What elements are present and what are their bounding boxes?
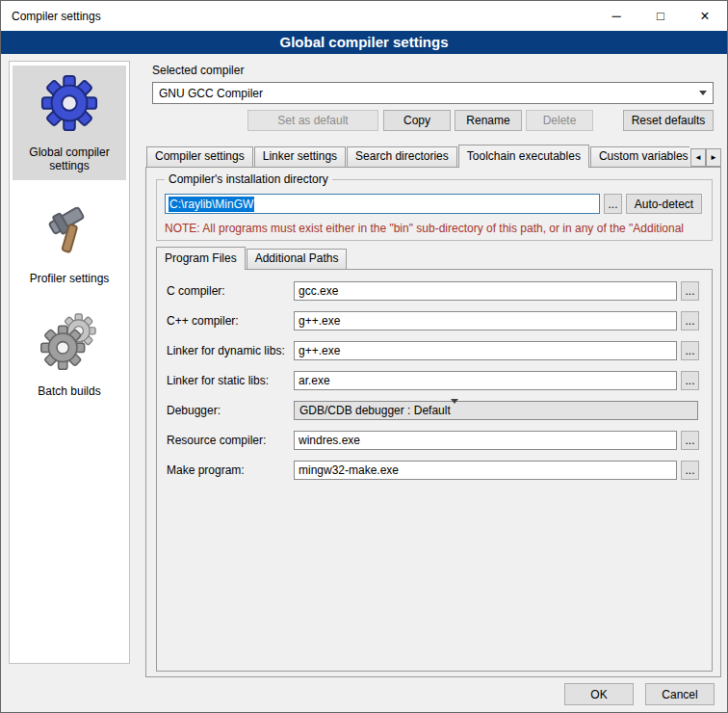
titlebar: Compiler settings ─ □ × [1,1,727,31]
installation-directory-input[interactable]: C:\raylib\MinGW [165,194,600,214]
field-row-c-compiler: C compiler: ... [157,281,712,301]
tab-search-directories[interactable]: Search directories [347,146,457,167]
chevron-down-icon [698,89,708,98]
chevron-down-icon [451,404,458,417]
reset-defaults-button[interactable]: Reset defaults [623,110,714,131]
sidebar-item-label: Global compiler settings [14,145,124,172]
bin-subdirectory-note: NOTE: All programs must exist either in … [165,222,710,235]
resource-compiler-browse-button[interactable]: ... [681,431,699,450]
linker-static-browse-button[interactable]: ... [681,371,699,390]
minimize-button[interactable]: ─ [594,1,638,31]
make-program-browse-button[interactable]: ... [681,461,699,480]
tab-scroll-right-button[interactable]: ► [706,148,721,167]
make-program-label: Make program: [167,461,245,480]
rename-button[interactable]: Rename [455,110,522,131]
selected-compiler-label: Selected compiler [152,64,244,77]
linker-dynamic-input[interactable] [294,341,677,360]
tab-scroll-left-button[interactable]: ◄ [690,148,706,167]
tab-linker-settings[interactable]: Linker settings [254,146,346,167]
tab-additional-paths[interactable]: Additional Paths [247,249,348,269]
linker-dynamic-label: Linker for dynamic libs: [167,341,285,360]
debugger-select[interactable]: GDB/CDB debugger : Default [294,401,698,420]
cpp-compiler-browse-button[interactable]: ... [681,311,699,330]
tab-program-files[interactable]: Program Files [156,247,246,270]
tab-compiler-settings[interactable]: Compiler settings [146,146,253,167]
field-row-resource-compiler: Resource compiler: ... [157,431,712,450]
minimize-icon: ─ [611,10,620,22]
resource-compiler-label: Resource compiler: [167,431,266,450]
linker-dynamic-browse-button[interactable]: ... [681,341,699,360]
c-compiler-input[interactable] [294,281,677,301]
field-row-debugger: Debugger: GDB/CDB debugger : Default [157,401,712,420]
delete-button[interactable]: Delete [526,110,593,131]
sidebar-item-label: Batch builds [38,384,100,398]
linker-static-label: Linker for static libs: [167,371,269,390]
field-row-linker-dynamic: Linker for dynamic libs: ... [157,341,712,360]
c-compiler-browse-button[interactable]: ... [681,281,699,301]
program-files-panel: C compiler: ... C++ compiler: ... Linker… [156,269,713,672]
field-row-make-program: Make program: ... [157,461,712,480]
sidebar-item-batch-builds[interactable]: Batch builds [13,304,126,406]
tab-toolchain-executables[interactable]: Toolchain executables [458,145,589,168]
installation-directory-value: C:\raylib\MinGW [169,197,254,212]
close-icon: × [700,9,709,24]
field-row-linker-static: Linker for static libs: ... [157,371,712,390]
linker-static-input[interactable] [294,371,677,390]
installation-directory-group-title: Compiler's installation directory [165,172,332,186]
tab-custom-variables[interactable]: Custom variables [590,146,689,167]
installation-directory-group: Compiler's installation directory C:\ray… [156,179,713,241]
toolchain-executables-panel: Compiler's installation directory C:\ray… [145,167,721,677]
resource-compiler-input[interactable] [294,431,677,450]
settings-category-list: Global compiler settings Profiler settin… [9,61,130,664]
sidebar-item-profiler-settings[interactable]: Profiler settings [13,192,126,293]
maximize-icon: □ [657,10,664,22]
program-files-tabs: Program Files Additional Paths [156,248,541,270]
field-row-cpp-compiler: C++ compiler: ... [157,311,712,330]
auto-detect-button[interactable]: Auto-detect [626,194,702,214]
profiler-tool-icon [39,199,99,259]
sidebar-item-label: Profiler settings [30,272,110,285]
selected-compiler-value: GNU GCC Compiler [159,87,263,100]
compiler-settings-tabs: Compiler settings Linker settings Search… [146,145,689,168]
page-title: Global compiler settings [1,31,727,54]
installation-directory-browse-button[interactable]: ... [604,194,622,214]
copy-button[interactable]: Copy [383,110,451,131]
close-button[interactable]: × [683,1,727,31]
blue-gear-icon [39,73,99,133]
cancel-button[interactable]: Cancel [645,683,715,705]
window-controls: ─ □ × [594,1,727,31]
debugger-value: GDB/CDB debugger : Default [299,404,451,417]
make-program-input[interactable] [294,461,677,480]
cpp-compiler-input[interactable] [294,311,677,330]
selected-compiler-dropdown[interactable]: GNU GCC Compiler [152,82,714,104]
window-title: Compiler settings [1,10,101,23]
maximize-button[interactable]: □ [638,1,683,31]
debugger-label: Debugger: [167,401,221,420]
cpp-compiler-label: C++ compiler: [167,311,239,330]
c-compiler-label: C compiler: [167,281,225,301]
ok-button[interactable]: OK [564,683,634,705]
sidebar-item-global-compiler-settings[interactable]: Global compiler settings [13,66,126,180]
gray-gears-icon [39,312,99,372]
compiler-settings-dialog: Compiler settings ─ □ × Global compiler … [0,0,728,713]
set-as-default-button[interactable]: Set as default [247,110,378,131]
